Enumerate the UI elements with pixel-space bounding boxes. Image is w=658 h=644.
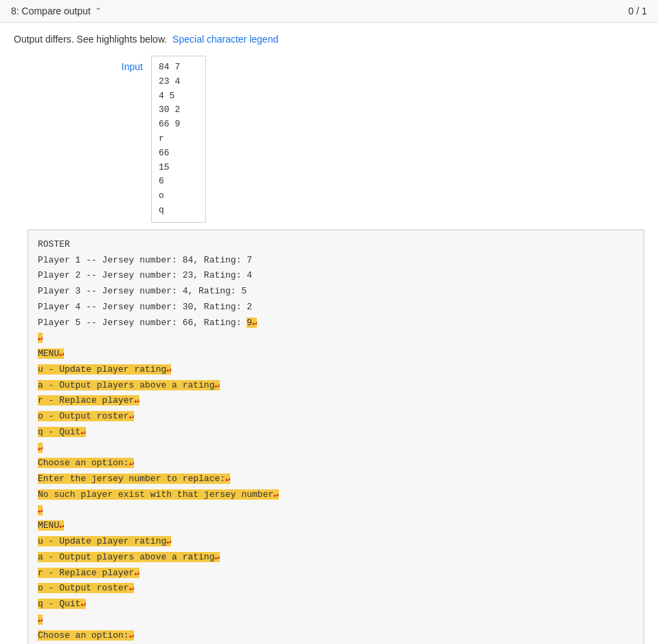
score-display: 0 / 1 (628, 5, 647, 16)
special-char-legend-link[interactable]: Special character legend (172, 34, 278, 45)
output-line: ↵ (38, 441, 634, 456)
header-title: 8: Compare output (11, 5, 91, 16)
newline-marker: ↵ (38, 443, 43, 453)
input-line: 66 (159, 146, 198, 161)
output-section: ROSTER Player 1 -- Jersey number: 84, Ra… (27, 230, 644, 644)
highlight-span: Choose an option:↵ (38, 630, 134, 641)
header-bar: 8: Compare output ⌃ 0 / 1 (0, 0, 658, 23)
top-panels: Input 84 7 23 4 4 5 30 2 66 9 r 66 15 6 … (14, 56, 644, 223)
highlight-span: a - Output players above a rating↵ (38, 552, 220, 562)
input-label-col: Input (14, 56, 151, 72)
newline-marker: ↵ (214, 381, 219, 390)
input-label: Input (122, 61, 143, 72)
highlight-span: u - Update player rating↵ (38, 364, 171, 375)
newline-marker: ↵ (80, 428, 85, 437)
output-line: MENU↵ (38, 346, 634, 362)
highlight-span: q - Quit↵ (38, 427, 86, 437)
newline-marker: ↵ (38, 333, 43, 343)
newline-marker: ↵ (134, 396, 139, 406)
highlight-span: MENU↵ (38, 348, 64, 359)
newline-marker: ↵ (59, 349, 64, 359)
input-line: 23 4 (159, 75, 198, 89)
input-line: 84 7 (159, 60, 198, 75)
highlight-span: ↵ (38, 614, 43, 625)
output-line: o - Output roster↵ (38, 409, 634, 425)
output-line: q - Quit↵ (38, 597, 634, 612)
highlight-span: MENU↵ (38, 520, 64, 531)
input-line: r (159, 132, 198, 146)
input-line: q (159, 203, 198, 218)
output-line: ROSTER (38, 237, 634, 253)
highlight-span: o - Output roster↵ (38, 411, 134, 421)
output-line: r - Replace player↵ (38, 566, 634, 581)
header-left: 8: Compare output ⌃ (11, 5, 102, 16)
output-differs-row: Output differs. See highlights below. Sp… (14, 34, 644, 45)
newline-marker: ↵ (225, 474, 230, 484)
output-line: ↵ (38, 612, 634, 628)
output-line: o - Output roster↵ (38, 581, 634, 597)
newline-marker: ↵ (214, 553, 219, 562)
output-line: Player 1 -- Jersey number: 84, Rating: 7 (38, 253, 634, 269)
highlight-span: r - Replace player↵ (38, 395, 139, 406)
output-line: Enter the jersey number to replace:↵ (38, 471, 634, 487)
highlight-span: Enter the jersey number to replace:↵ (38, 474, 230, 484)
input-box: 84 7 23 4 4 5 30 2 66 9 r 66 15 6 o q (151, 56, 206, 223)
input-line: 30 2 (159, 103, 198, 118)
newline-marker: ↵ (129, 584, 134, 593)
input-line: o (159, 189, 198, 203)
input-line: 4 5 (159, 89, 198, 104)
output-box: ROSTER Player 1 -- Jersey number: 84, Ra… (27, 230, 644, 644)
diff-message: Output differs. See highlights below. (14, 34, 167, 45)
newline-marker: ↵ (129, 631, 134, 641)
output-line: Choose an option:↵ (38, 456, 634, 471)
newline-marker: ↵ (129, 458, 134, 468)
newline-marker: ↵ (129, 412, 134, 421)
highlight-span: a - Output players above a rating↵ (38, 380, 220, 390)
output-line: Player 4 -- Jersey number: 30, Rating: 2 (38, 300, 634, 315)
output-line: r - Replace player↵ (38, 393, 634, 409)
output-line: ↵ (38, 503, 634, 519)
content-area: Output differs. See highlights below. Sp… (0, 23, 658, 644)
highlight-span: ↵ (38, 443, 43, 453)
newline-marker: ↵ (273, 490, 278, 500)
newline-marker: ↵ (134, 568, 139, 578)
input-line: 66 9 (159, 118, 198, 132)
input-line: 6 (159, 175, 198, 189)
output-line: u - Update player rating↵ (38, 534, 634, 550)
highlight-span: u - Update player rating↵ (38, 536, 171, 546)
output-line: a - Output players above a rating↵ (38, 378, 634, 394)
newline-marker: ↵ (38, 615, 43, 625)
newline-marker: ↵ (38, 506, 43, 515)
newline-marker: ↵ (166, 365, 171, 375)
highlight-span: r - Replace player↵ (38, 568, 139, 578)
output-line: a - Output players above a rating↵ (38, 550, 634, 566)
input-line: 15 (159, 161, 198, 175)
chevron-up-icon: ⌃ (95, 6, 102, 16)
newline-marker: ↵ (80, 599, 85, 609)
output-line: MENU↵ (38, 518, 634, 534)
output-line: Choose an option:↵ (38, 628, 634, 644)
output-line: Player 3 -- Jersey number: 4, Rating: 5 (38, 284, 634, 300)
newline-marker: ↵ (252, 318, 257, 328)
highlight-span: q - Quit↵ (38, 599, 86, 609)
output-line: Player 2 -- Jersey number: 23, Rating: 4 (38, 268, 634, 284)
highlight-span: o - Output roster↵ (38, 583, 134, 593)
output-line: Player 5 -- Jersey number: 66, Rating: 9… (38, 315, 634, 331)
output-line: No such player exist with that jersey nu… (38, 487, 634, 503)
highlight-span: Choose an option:↵ (38, 458, 134, 468)
highlight-span: 9↵ (247, 318, 257, 328)
output-line: q - Quit↵ (38, 425, 634, 441)
highlight-span: ↵ (38, 333, 43, 343)
output-line: ↵ (38, 331, 634, 346)
newline-marker: ↵ (59, 521, 64, 531)
highlight-span: ↵ (38, 505, 43, 515)
highlight-span: No such player exist with that jersey nu… (38, 489, 279, 500)
output-line: u - Update player rating↵ (38, 362, 634, 378)
newline-marker: ↵ (166, 537, 171, 546)
